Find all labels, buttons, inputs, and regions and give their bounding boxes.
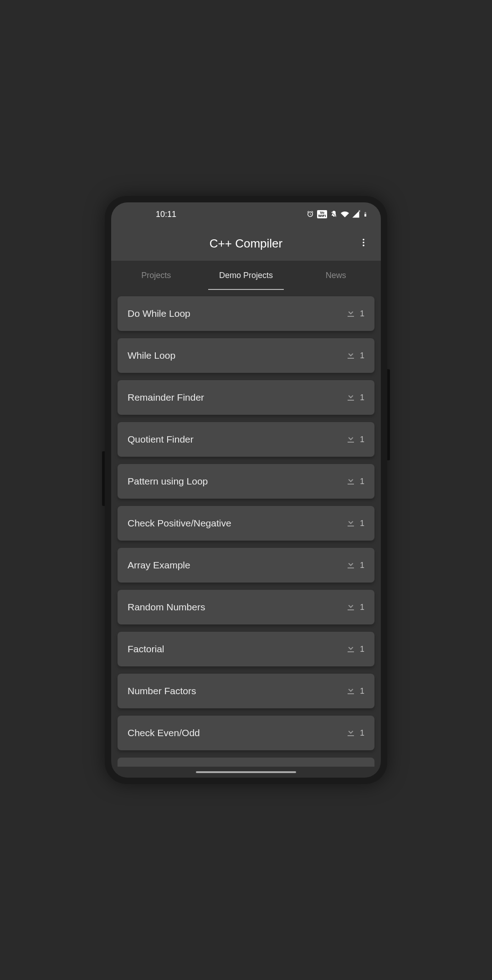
nav-handle[interactable] [196, 771, 296, 773]
mute-icon [330, 210, 338, 218]
item-label: Random Numbers [128, 602, 345, 613]
item-count: 1 [360, 645, 364, 654]
list-item[interactable]: Check Even/Odd1 [118, 716, 374, 750]
tab-projects[interactable]: Projects [111, 261, 201, 290]
item-count: 1 [360, 728, 364, 738]
tab-demo-projects[interactable]: Demo Projects [201, 261, 291, 290]
svg-rect-0 [364, 214, 366, 217]
signal-icon: x [352, 210, 360, 218]
phone-frame: 10:11 VoWiFi x [105, 196, 387, 784]
demo-projects-list[interactable]: Do While Loop1While Loop1Remainder Finde… [111, 290, 381, 767]
list-item[interactable]: While Loop1 [118, 338, 374, 373]
item-meta: 1 [345, 391, 364, 404]
app-bar: C++ Compiler [111, 226, 381, 261]
tabs: Projects Demo Projects News [111, 261, 381, 290]
list-item[interactable]: Do While Loop1 [118, 296, 374, 331]
item-label: Do While Loop [128, 308, 345, 319]
item-label: Check Positive/Negative [128, 518, 345, 529]
tab-label: News [326, 271, 346, 280]
item-label: Array Example [128, 560, 345, 571]
list-item[interactable]: Random Numbers1 [118, 590, 374, 624]
item-count: 1 [360, 686, 364, 696]
download-icon [345, 475, 356, 488]
download-icon [345, 559, 356, 572]
item-meta: 1 [345, 643, 364, 655]
nav-bar [111, 767, 381, 778]
item-meta: 1 [345, 727, 364, 739]
list-item[interactable]: Pattern using Loop1 [118, 464, 374, 499]
download-icon [345, 349, 356, 362]
item-meta: 1 [345, 475, 364, 488]
download-icon [345, 643, 356, 655]
item-count: 1 [360, 603, 364, 612]
wifi-icon [341, 210, 349, 218]
vowifi-icon: VoWiFi [317, 210, 327, 218]
list-item[interactable]: Number Factors1 [118, 674, 374, 708]
item-count: 1 [360, 561, 364, 570]
app-title: C++ Compiler [210, 237, 282, 251]
item-meta: 1 [345, 685, 364, 697]
item-label: Factorial [128, 644, 345, 655]
item-count: 1 [360, 435, 364, 444]
more-vert-icon [359, 237, 369, 249]
list-item[interactable] [118, 758, 374, 767]
item-label: While Loop [128, 350, 345, 361]
download-icon [345, 433, 356, 446]
item-label: Pattern using Loop [128, 476, 345, 487]
status-time: 10:11 [156, 210, 176, 219]
tab-label: Demo Projects [219, 271, 273, 280]
list-item[interactable]: Array Example1 [118, 548, 374, 583]
svg-point-1 [363, 239, 364, 241]
item-label: Quotient Finder [128, 434, 345, 445]
svg-point-3 [363, 245, 364, 247]
item-meta: 1 [345, 307, 364, 320]
download-icon [345, 685, 356, 697]
download-icon [345, 307, 356, 320]
list-item[interactable]: Remainder Finder1 [118, 380, 374, 415]
download-icon [345, 601, 356, 614]
item-meta: 1 [345, 349, 364, 362]
more-button[interactable] [354, 234, 373, 253]
list-item[interactable]: Factorial1 [118, 632, 374, 666]
download-icon [345, 727, 356, 739]
tab-label: Projects [141, 271, 171, 280]
item-label: Number Factors [128, 686, 345, 696]
item-label: Remainder Finder [128, 392, 345, 403]
item-label: Check Even/Odd [128, 727, 345, 738]
item-count: 1 [360, 393, 364, 402]
item-count: 1 [360, 309, 364, 319]
list-item[interactable]: Check Positive/Negative1 [118, 506, 374, 541]
item-meta: 1 [345, 601, 364, 614]
list-item[interactable]: Quotient Finder1 [118, 422, 374, 457]
item-meta: 1 [345, 559, 364, 572]
phone-screen: 10:11 VoWiFi x [111, 202, 381, 778]
battery-icon [363, 210, 368, 218]
item-count: 1 [360, 477, 364, 486]
status-icons: VoWiFi x [306, 210, 368, 218]
svg-point-2 [363, 242, 364, 243]
status-bar: 10:11 VoWiFi x [111, 202, 381, 226]
item-meta: 1 [345, 517, 364, 530]
alarm-icon [306, 210, 314, 218]
download-icon [345, 391, 356, 404]
download-icon [345, 517, 356, 530]
item-count: 1 [360, 351, 364, 361]
tab-news[interactable]: News [291, 261, 381, 290]
item-count: 1 [360, 519, 364, 528]
item-meta: 1 [345, 433, 364, 446]
